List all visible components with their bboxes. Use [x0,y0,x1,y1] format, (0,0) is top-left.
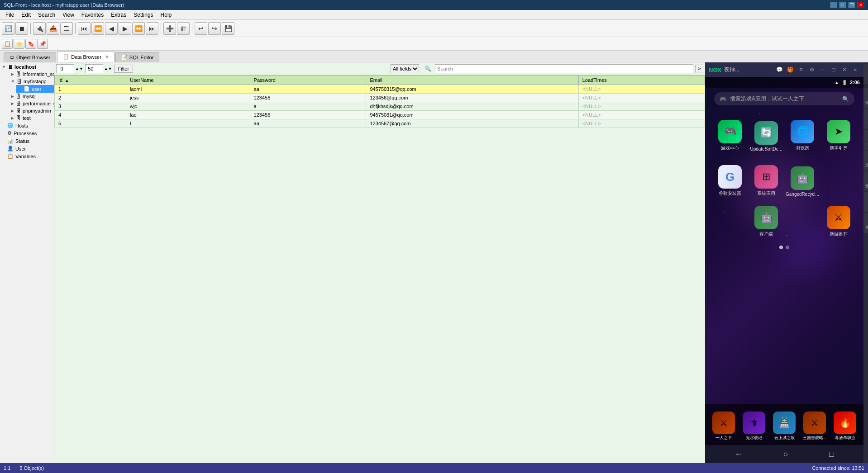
sidebar-item-information-schema[interactable]: ▶ 🗄 information_schema [4,71,54,78]
table-cell: 1 [55,85,126,94]
sidebar-item-status[interactable]: 📊 Status [0,137,54,145]
col-loadtimes[interactable]: LoadTimes [578,76,705,85]
sidebar-item-test[interactable]: ▶ 🗄 test [4,114,54,122]
minimize-button[interactable]: _ [830,2,837,8]
variables-icon: 📋 [7,153,14,159]
prev-record-button[interactable]: ◀ [105,22,118,35]
nox-side-volume-up-btn[interactable]: 🔊 音量加 [863,109,868,129]
nox-maximize-icon[interactable]: □ [829,65,838,74]
undo-button[interactable]: ↩ [195,22,207,35]
refresh-button[interactable]: 🔃 [2,22,14,35]
nox-app-new-guide-icon: ➤ [827,120,850,143]
menu-edit[interactable]: Edit [18,11,34,19]
sidebar-item-variables[interactable]: 📋 Variables [0,152,54,160]
nox-minimize-icon[interactable]: ─ [818,65,827,74]
nox-menu-icon[interactable]: ≡ [796,65,806,74]
tab-sql-editor[interactable]: 📝 SQL Editor [115,52,159,62]
nox-recent-button[interactable]: □ [829,449,834,459]
nox-side-volume-down-btn[interactable]: 🔉 音量减 [863,130,868,150]
sidebar-item-performance-schema[interactable]: ▶ 🗄 performance_schema [4,100,54,107]
nox-side-file-btn[interactable]: 📁 文件助手 [863,151,868,170]
sidebar-item-hosts[interactable]: 🌐 Hosts [0,122,54,129]
add-record-button[interactable]: ➕ [163,22,176,35]
menu-search[interactable]: Search [34,11,59,19]
disconnect-button[interactable]: 📤 [47,22,59,35]
filter-button[interactable]: Filter [114,65,133,73]
nox-game-5[interactable]: 🔥 毒液单职业 [831,407,859,443]
offset-input[interactable] [56,64,74,73]
next-page-button[interactable]: ⏩ [132,22,145,35]
expand-search-button[interactable]: ⊳ [695,65,703,72]
nox-close-icon[interactable]: ✕ [840,65,849,74]
tab-data-browser[interactable]: 📋 Data Browser ✕ [57,52,114,62]
sidebar-item-myfirstapp[interactable]: ▼ 🗄 myfirstapp [4,78,54,85]
tb-sm-btn3[interactable]: 🔖 [25,39,36,49]
nox-side-multi-btn[interactable]: ⊡ 多开器 [863,192,868,212]
table-row[interactable]: 3wjcadhfjkhsdjk@qq.com<NULL> [55,102,705,111]
nox-app-game-center[interactable]: 🎮 游戏中心 [712,114,748,155]
prev-page-button[interactable]: ⏪ [91,22,104,35]
nox-side-close-app-btn[interactable]: ✕ 关闭应用 [863,213,868,233]
last-record-button[interactable]: ⏭ [146,22,158,35]
next-record-button[interactable]: ▶ [119,22,131,35]
nox-search-magnify-icon[interactable]: 🔍 [842,96,849,102]
delete-record-button[interactable]: 🗑 [177,22,190,35]
nox-game-2[interactable]: 🗡 无尽战记 [740,407,768,443]
col-email[interactable]: Email [366,76,578,85]
nox-game-3-label: 云上城之歌 [774,435,795,441]
limit-input[interactable] [85,64,103,73]
offset-spinner-up[interactable]: ▲▼ [75,66,83,71]
nox-game-4[interactable]: ⚔ 三国志战略... [801,407,829,443]
sidebar-item-user-root[interactable]: 👤 User [0,145,54,152]
redo-button[interactable]: ↪ [208,22,221,35]
nox-search-bar[interactable]: 🎮 搜索游戏&应用，试试一人之下 🔍 [714,92,854,105]
sidebar-item-mysql[interactable]: ▶ 🗄 mysql [4,93,54,100]
limit-spinner-up[interactable]: ▲▼ [104,66,112,71]
nox-home-button[interactable]: ○ [783,449,788,459]
nox-side-fullscreen-btn[interactable]: ⛶ 全屏 [863,64,868,84]
nox-settings-icon[interactable]: ⚙ [807,65,816,74]
menu-settings[interactable]: Settings [130,11,157,19]
search-type-dropdown[interactable]: All fields [391,64,419,73]
table-row[interactable]: 5laa1234567@qq.com<NULL> [55,119,705,128]
sidebar-item-user[interactable]: 📄 user [16,85,54,93]
nox-back-button[interactable]: ← [734,449,743,459]
connect-button[interactable]: 🔌 [33,22,46,35]
nox-app-new-guide[interactable]: ➤ 新手引导 [820,114,857,155]
table-row[interactable]: 2jess123456123456@qq.com<NULL> [55,94,705,102]
tb-sm-btn1[interactable]: 📋 [2,39,13,49]
col-id[interactable]: Id ▲ [55,76,126,85]
menu-favorites[interactable]: Favorites [78,11,107,19]
nox-collapse-icon[interactable]: « [851,65,860,74]
col-password[interactable]: Password [250,76,366,85]
search-input[interactable] [435,64,693,73]
new-window-button[interactable]: 🗔 [60,22,73,35]
table-cell: a [250,102,366,111]
nox-game-1[interactable]: ⚔ 一人之下 [710,407,738,443]
maximize-button[interactable]: □ [839,2,846,8]
nox-side-keyboard-btn[interactable]: ⌨ 键位设置 [863,88,868,108]
menu-file[interactable]: File [2,11,18,19]
menu-view[interactable]: View [59,11,78,19]
tab-data-browser-close[interactable]: ✕ [105,54,109,59]
table-row[interactable]: 4lao12345694575031@qq.com<NULL> [55,111,705,119]
table-row[interactable]: 1laomiaa945750315@qq.com<NULL> [55,85,705,94]
nox-game-3[interactable]: 🏯 云上城之歌 [770,407,798,443]
first-record-button[interactable]: ⏮ [78,22,91,35]
menu-extras[interactable]: Extras [107,11,130,19]
menu-help[interactable]: Help [157,11,176,19]
stop-button[interactable]: ⏹ [15,22,28,35]
sidebar-item-localhost[interactable]: ▼ 🖥 localhost [0,63,54,71]
nox-side-apk-btn[interactable]: 📦 安装APK [863,171,868,191]
col-username[interactable]: UserName [126,76,250,85]
tb-sm-btn4[interactable]: 📌 [37,39,48,49]
tb-sm-btn2[interactable]: ⭐ [14,39,24,49]
nox-chat-icon[interactable]: 💬 [775,65,784,74]
restore-button[interactable]: ❐ [848,2,855,8]
sidebar-item-phpmyadmin[interactable]: ▶ 🗄 phpmyadmin [4,107,54,114]
nox-gift-icon[interactable]: 🎁 [786,65,795,74]
close-button[interactable]: ✕ [857,2,864,8]
tab-object-browser[interactable]: 🗂 Object Browser [4,52,56,62]
sidebar-item-processes[interactable]: ⚙ Processes [0,129,54,137]
commit-button[interactable]: 💾 [222,22,234,35]
